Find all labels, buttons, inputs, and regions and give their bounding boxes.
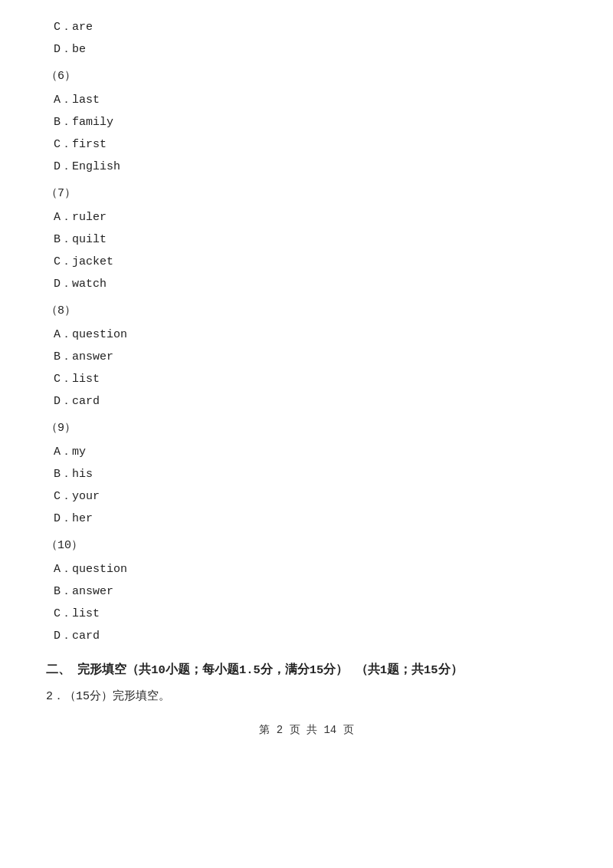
question-9-number: （9） <box>46 418 567 439</box>
section-2-header: 二、 完形填空（共10小题；每小题1.5分，满分15分） （共1题；共15分） <box>46 660 567 682</box>
option-9-c: C．your <box>46 486 567 507</box>
option-d-be: D．be <box>46 39 567 60</box>
option-10-b: B．answer <box>46 581 567 602</box>
option-9-b: B．his <box>46 464 567 485</box>
option-10-c: C．list <box>46 603 567 624</box>
option-9-d: D．her <box>46 508 567 529</box>
option-10-a: A．question <box>46 559 567 580</box>
question-8-number: （8） <box>46 301 567 321</box>
option-8-c: C．list <box>46 369 567 390</box>
option-6-d: D．English <box>46 156 567 177</box>
question-6-number: （6） <box>46 66 567 87</box>
option-c-are: C．are <box>46 17 567 38</box>
option-9-a: A．my <box>46 442 567 462</box>
option-8-b: B．answer <box>46 347 567 367</box>
option-7-d: D．watch <box>46 274 567 294</box>
option-8-a: A．question <box>46 324 567 345</box>
option-6-b: B．family <box>46 112 567 133</box>
option-6-c: C．first <box>46 134 567 155</box>
section-2-sub: 2．（15分）完形填空。 <box>46 686 567 707</box>
question-10-number: （10） <box>46 535 567 556</box>
option-7-c: C．jacket <box>46 252 567 272</box>
option-7-a: A．ruler <box>46 207 567 228</box>
option-8-d: D．card <box>46 391 567 412</box>
page-footer: 第 2 页 共 14 页 <box>46 721 567 740</box>
page-content: C．are D．be （6） A．last B．family C．first D… <box>46 17 567 740</box>
question-7-number: （7） <box>46 183 567 204</box>
option-6-a: A．last <box>46 90 567 110</box>
option-10-d: D．card <box>46 626 567 646</box>
option-7-b: B．quilt <box>46 229 567 250</box>
